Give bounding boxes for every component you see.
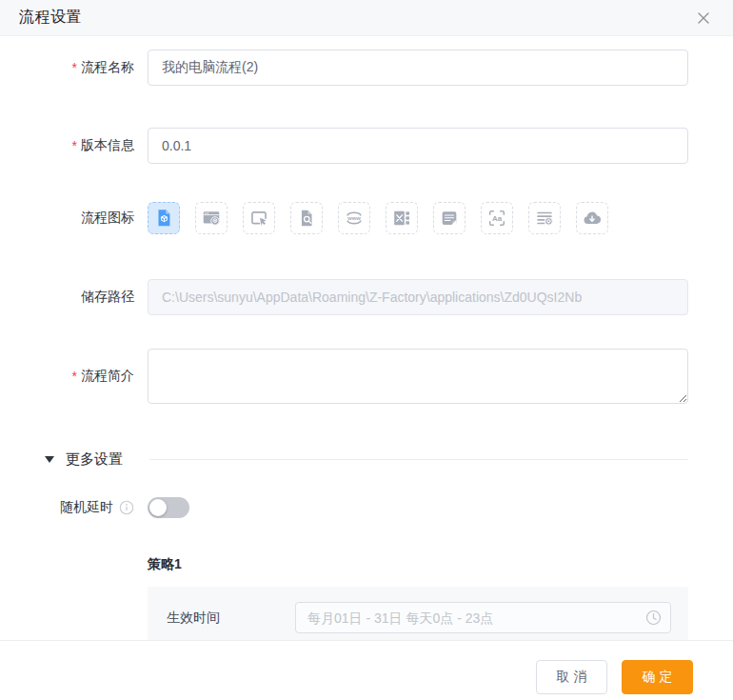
icon-option-ocr-text[interactable]: Aa <box>481 202 513 234</box>
close-button[interactable] <box>693 8 714 29</box>
process-settings-dialog: 流程设置 * 流程名称 * 版本信息 <box>0 0 733 700</box>
dialog-footer: 取 消 确 定 <box>0 640 733 700</box>
intro-textarea[interactable] <box>148 349 688 404</box>
version-input[interactable] <box>148 128 688 164</box>
icon-picker: www <box>148 202 688 234</box>
clock-icon[interactable] <box>645 610 662 630</box>
www-globe-icon: www <box>344 208 365 229</box>
icon-option-cloud-download[interactable] <box>576 202 608 234</box>
desktop-click-icon <box>248 208 269 229</box>
icon-option-browser-automation[interactable] <box>195 202 228 234</box>
path-input <box>148 279 688 315</box>
icon-label: 流程图标 <box>45 210 148 227</box>
cloud-download-icon <box>582 208 603 229</box>
task-list-icon <box>534 208 555 229</box>
icon-option-robot-flow-file[interactable] <box>148 202 180 234</box>
browser-automation-icon <box>201 208 222 229</box>
strategy-panel: 生效时间 <box>148 587 688 640</box>
collapse-triangle-icon <box>45 456 54 463</box>
field-row-icon: 流程图标 <box>45 202 688 234</box>
robot-flow-file-icon <box>153 208 174 229</box>
required-mark: * <box>72 60 77 75</box>
more-settings-toggle[interactable]: 更多设置 <box>45 450 688 469</box>
required-mark: * <box>72 369 77 384</box>
field-row-path: 储存路径 <box>45 279 688 315</box>
intro-label: * 流程简介 <box>45 368 148 385</box>
icon-option-desktop-click[interactable] <box>243 202 275 234</box>
path-label: 储存路径 <box>45 289 148 306</box>
random-delay-row: 随机延时 <box>45 497 688 518</box>
file-search-icon <box>296 208 317 229</box>
icon-option-task-list[interactable] <box>528 202 561 234</box>
field-row-intro: * 流程简介 <box>45 349 688 404</box>
note-icon <box>439 208 460 229</box>
info-icon[interactable] <box>119 500 134 515</box>
version-label: * 版本信息 <box>45 137 148 154</box>
excel-icon <box>391 208 412 229</box>
required-mark: * <box>72 138 77 153</box>
icon-option-www-globe[interactable]: www <box>338 202 370 234</box>
random-delay-switch[interactable] <box>148 497 189 518</box>
icon-option-file-search[interactable] <box>290 202 323 234</box>
switch-knob <box>149 499 167 516</box>
dialog-title: 流程设置 <box>19 8 82 28</box>
cancel-button[interactable]: 取 消 <box>536 660 607 694</box>
section-divider <box>149 459 688 460</box>
icon-option-excel[interactable] <box>386 202 418 234</box>
random-delay-label: 随机延时 <box>45 499 148 516</box>
confirm-button[interactable]: 确 定 <box>622 660 693 694</box>
svg-text:www: www <box>347 215 361 221</box>
more-settings-title: 更多设置 <box>66 450 123 469</box>
dialog-body: * 流程名称 * 版本信息 流程图标 <box>0 37 733 640</box>
effective-time-input[interactable] <box>295 602 671 633</box>
icon-option-note[interactable] <box>433 202 466 234</box>
strategy-title: 策略1 <box>148 556 688 575</box>
name-input[interactable] <box>148 50 688 86</box>
close-icon <box>695 10 712 27</box>
name-label: * 流程名称 <box>45 59 148 76</box>
svg-text:Aa: Aa <box>492 214 503 223</box>
field-row-version: * 版本信息 <box>45 128 688 164</box>
ocr-text-icon: Aa <box>486 208 507 229</box>
effective-time-label: 生效时间 <box>167 610 295 627</box>
field-row-name: * 流程名称 <box>45 50 688 86</box>
dialog-header: 流程设置 <box>0 0 733 36</box>
